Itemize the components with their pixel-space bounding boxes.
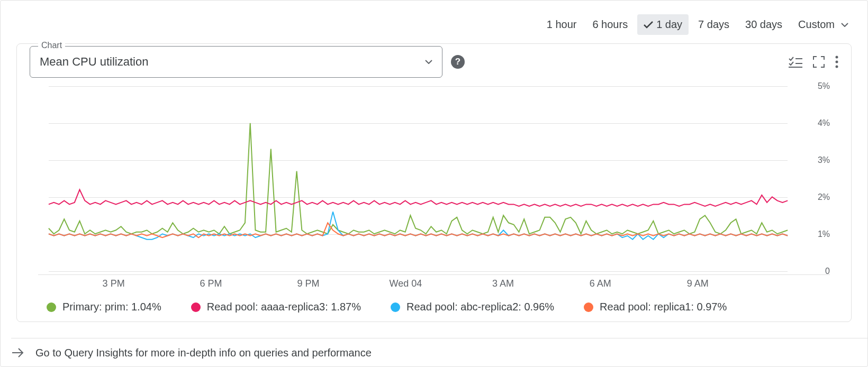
chart-card: Chart Mean CPU utilization ? bbox=[16, 43, 852, 322]
legend-item-replica3[interactable]: Read pool: aaaa-replica3: 1.87% bbox=[191, 301, 361, 313]
time-range-custom[interactable]: Custom bbox=[792, 14, 855, 35]
legend-label: Primary: prim: 1.04% bbox=[62, 301, 161, 313]
chevron-down-icon bbox=[841, 23, 848, 27]
chart-header: Chart Mean CPU utilization ? bbox=[17, 44, 851, 78]
x-tick-label: Wed 04 bbox=[390, 278, 422, 289]
legend-item-replica1[interactable]: Read pool: replica1: 0.97% bbox=[584, 301, 727, 313]
legend-label: Read pool: replica1: 0.97% bbox=[600, 301, 727, 313]
legend-swatch bbox=[391, 302, 400, 312]
chart-select-value: Mean CPU utilization bbox=[40, 55, 148, 69]
series-line-primary bbox=[49, 123, 788, 234]
time-range-selector: 1 hour6 hours1 day7 days30 daysCustom bbox=[1, 1, 867, 35]
time-range-6-hours[interactable]: 6 hours bbox=[586, 14, 634, 35]
legend-swatch bbox=[191, 302, 201, 312]
x-tick-label: 6 AM bbox=[590, 278, 611, 289]
arrow-right-icon bbox=[11, 346, 25, 360]
legend-label: Read pool: aaaa-replica3: 1.87% bbox=[207, 301, 361, 313]
x-tick-label: 9 AM bbox=[687, 278, 709, 289]
time-range-7-days[interactable]: 7 days bbox=[692, 14, 736, 35]
chart-select-legend: Chart bbox=[38, 41, 65, 50]
x-tick-label: 6 PM bbox=[200, 278, 222, 289]
svg-point-5 bbox=[836, 66, 838, 68]
legend-label: Read pool: abc-replica2: 0.96% bbox=[406, 301, 554, 313]
chart-type-select[interactable]: Chart Mean CPU utilization bbox=[30, 46, 442, 78]
chart-plot: 01%2%3%4%5% bbox=[38, 86, 830, 271]
x-tick-label: 3 PM bbox=[103, 278, 125, 289]
legend-toggle-icon[interactable] bbox=[789, 56, 802, 68]
fullscreen-icon[interactable] bbox=[813, 56, 825, 68]
chart-actions bbox=[789, 56, 838, 68]
legend-swatch bbox=[584, 302, 593, 312]
more-options-icon[interactable] bbox=[835, 56, 838, 68]
time-range-1-hour[interactable]: 1 hour bbox=[540, 14, 583, 35]
legend-item-primary[interactable]: Primary: prim: 1.04% bbox=[47, 301, 161, 313]
chevron-down-icon bbox=[425, 60, 432, 64]
legend-item-replica2[interactable]: Read pool: abc-replica2: 0.96% bbox=[391, 301, 554, 313]
svg-point-4 bbox=[836, 61, 838, 63]
x-tick-label: 9 PM bbox=[297, 278, 319, 289]
chart-legend: Primary: prim: 1.04%Read pool: aaaa-repl… bbox=[47, 301, 830, 313]
time-range-1-day[interactable]: 1 day bbox=[637, 14, 689, 35]
legend-swatch bbox=[47, 302, 56, 312]
query-insights-link[interactable]: Go to Query Insights for more in-depth i… bbox=[11, 338, 867, 367]
series-line-replica3 bbox=[49, 189, 788, 206]
help-icon[interactable]: ? bbox=[451, 55, 465, 69]
time-range-30-days[interactable]: 30 days bbox=[739, 14, 789, 35]
x-tick-label: 3 AM bbox=[492, 278, 514, 289]
x-axis: 3 PM6 PM9 PMWed 043 AM6 AM9 AM bbox=[38, 274, 830, 287]
query-insights-label: Go to Query Insights for more in-depth i… bbox=[35, 347, 372, 359]
svg-point-3 bbox=[836, 56, 838, 59]
